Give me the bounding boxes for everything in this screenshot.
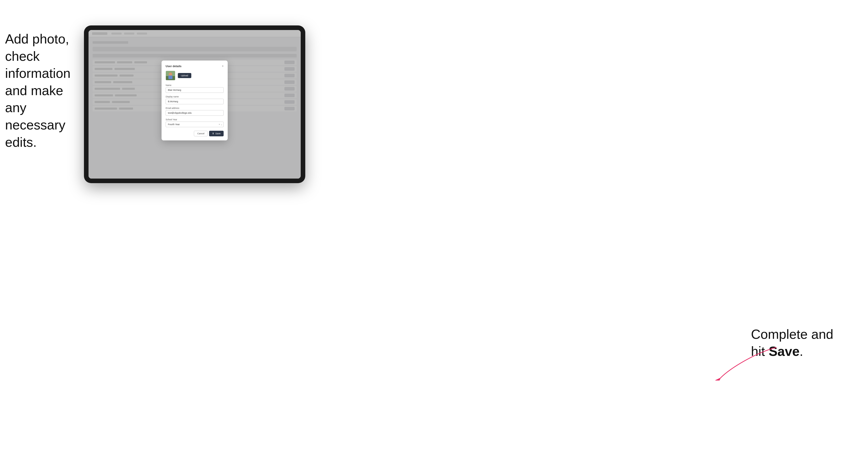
annotation-right-text2: hit: [751, 344, 769, 359]
modal-title: User details: [165, 65, 181, 68]
name-input[interactable]: [165, 87, 224, 93]
school-year-clear-icon[interactable]: ×: [219, 123, 220, 126]
email-label: Email address: [165, 107, 224, 110]
school-year-wrapper: × ⌄: [165, 122, 224, 127]
annotation-right-text1: Complete and: [751, 327, 833, 342]
display-name-field-group: Display name: [165, 95, 224, 104]
school-year-expand-icon[interactable]: ⌄: [221, 123, 223, 126]
modal-header: User details ×: [165, 65, 224, 68]
tablet-frame: User details × Upload: [84, 25, 305, 183]
annotation-right-end: .: [800, 344, 803, 359]
modal-overlay: User details × Upload: [89, 30, 301, 179]
name-label: Name: [165, 84, 224, 87]
modal-footer: Cancel ⬆ Save: [165, 131, 224, 136]
display-name-label: Display name: [165, 95, 224, 98]
user-details-modal: User details × Upload: [161, 61, 228, 141]
email-field-group: Email address: [165, 107, 224, 116]
user-photo-thumbnail: [165, 71, 175, 81]
school-year-label: School Year: [165, 118, 224, 121]
save-icon: ⬆: [212, 132, 214, 135]
svg-point-4: [169, 72, 172, 76]
save-button-label: Save: [215, 132, 221, 135]
save-button[interactable]: ⬆ Save: [209, 131, 224, 136]
display-name-input[interactable]: [165, 99, 224, 104]
photo-image: [166, 71, 175, 80]
modal-close-button[interactable]: ×: [222, 65, 224, 68]
school-year-input[interactable]: [165, 122, 224, 127]
tablet-screen: User details × Upload: [89, 30, 301, 179]
annotation-left: Add photo, check information and make an…: [5, 31, 87, 151]
school-year-field-group: School Year × ⌄: [165, 118, 224, 127]
school-year-icons: × ⌄: [219, 123, 223, 126]
cancel-button[interactable]: Cancel: [194, 131, 208, 136]
photo-section: Upload: [165, 71, 224, 81]
email-input[interactable]: [165, 110, 224, 116]
annotation-left-text: Add photo, check information and make an…: [5, 32, 70, 150]
name-field-group: Name: [165, 84, 224, 93]
svg-rect-5: [168, 75, 173, 79]
upload-photo-button[interactable]: Upload: [178, 73, 191, 78]
annotation-right: Complete and hit Save.: [751, 326, 848, 360]
annotation-right-save: Save: [769, 344, 799, 359]
